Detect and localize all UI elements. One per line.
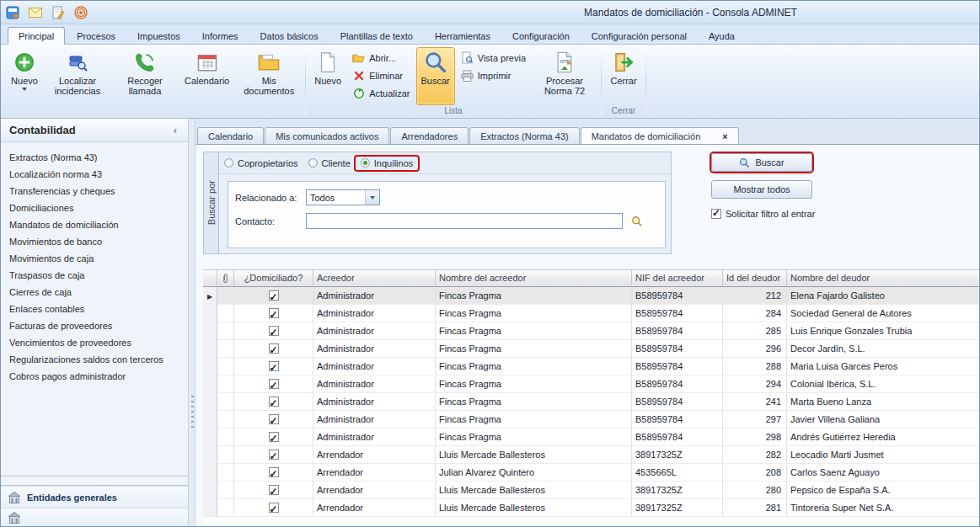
actualizar-button[interactable]: Actualizar: [348, 85, 414, 101]
recoger-llamada-button[interactable]: Recoger llamada: [112, 47, 178, 105]
domiciliado-cell[interactable]: [234, 499, 313, 517]
table-row[interactable]: Administrador Fincas Pragma B58959784 28…: [203, 358, 979, 375]
column-header-nombre-acreedor[interactable]: Nombre del acreedor: [436, 270, 632, 287]
domiciliado-cell[interactable]: [234, 482, 313, 499]
checkbox-icon[interactable]: [269, 450, 279, 460]
checkbox-icon[interactable]: [269, 290, 279, 301]
table-row[interactable]: Arrendador Julian Alvarez Quintero 45356…: [203, 464, 979, 482]
document-tab[interactable]: Mis comunicados activos: [265, 127, 389, 144]
ribbon-tab[interactable]: Impuestos: [127, 28, 190, 44]
sidebar-item[interactable]: Transferencias y cheques: [1, 183, 188, 200]
table-row[interactable]: Administrador Fincas Pragma B58959784 28…: [203, 305, 979, 322]
sidebar-splitter[interactable]: [188, 119, 195, 526]
eliminar-button[interactable]: Eliminar: [348, 67, 414, 83]
checkbox-icon[interactable]: [269, 414, 279, 424]
tab-close-icon[interactable]: [722, 132, 727, 141]
imprimir-button[interactable]: Imprimir: [457, 67, 530, 83]
table-row[interactable]: Administrador Fincas Pragma B58959784 24…: [203, 393, 979, 411]
table-row[interactable]: Administrador Fincas Pragma B58959784 29…: [203, 340, 979, 358]
sidebar-item[interactable]: Movimientos de banco: [1, 233, 188, 250]
buscar-por-side-tab[interactable]: Buscar por: [204, 152, 219, 253]
table-row[interactable]: Administrador Fincas Pragma B58959784 29…: [203, 429, 979, 446]
checkbox-icon[interactable]: [269, 467, 279, 477]
collapse-chevron-icon[interactable]: [169, 124, 181, 136]
sidebar-item[interactable]: Localización norma 43: [1, 166, 188, 183]
table-row[interactable]: Administrador Fincas Pragma B58959784 29…: [203, 411, 979, 429]
sidebar-item[interactable]: Enlaces contables: [1, 301, 188, 317]
domiciliado-cell[interactable]: [234, 464, 313, 482]
checkbox-icon[interactable]: [269, 503, 279, 513]
ribbon-tab[interactable]: Herramientas: [425, 28, 501, 44]
domiciliado-cell[interactable]: [234, 429, 313, 446]
checkbox-icon[interactable]: [269, 343, 279, 354]
buscar-ribbon-button[interactable]: Buscar: [416, 47, 455, 105]
table-row[interactable]: Arrendador Lluis Mercade Ballesteros 389…: [203, 482, 979, 499]
procesar-norma72-button[interactable]: NTR Procesar Norma 72: [532, 47, 597, 105]
edit-document-icon[interactable]: [51, 5, 66, 20]
checkbox-icon[interactable]: [269, 485, 279, 495]
checkbox-icon[interactable]: [269, 397, 279, 407]
sidebar-item[interactable]: Cierres de caja: [1, 284, 188, 301]
mis-documentos-button[interactable]: Mis documentos: [236, 47, 302, 105]
chevron-down-icon[interactable]: [365, 190, 379, 205]
sidebar-item[interactable]: Domiciliaciones: [1, 200, 188, 216]
localizar-incidencias-button[interactable]: Localizar incidencias: [45, 47, 110, 105]
ribbon-tab[interactable]: Configuración personal: [581, 28, 697, 44]
checkbox-icon[interactable]: [269, 361, 279, 371]
domiciliado-cell[interactable]: [234, 305, 313, 322]
sidebar-item[interactable]: Facturas de proveedores: [1, 317, 188, 334]
domiciliado-cell[interactable]: [234, 375, 313, 393]
sidebar-item[interactable]: Traspasos de caja: [1, 267, 188, 284]
checkbox-icon[interactable]: [269, 308, 279, 318]
sidebar-item[interactable]: Cobros pagos administrador: [1, 368, 188, 385]
ribbon-tab[interactable]: Datos básicos: [250, 28, 329, 44]
radio-option[interactable]: Inquilinos: [356, 157, 418, 170]
cerrar-button[interactable]: Cerrar: [605, 47, 642, 105]
document-tab[interactable]: Calendario: [197, 127, 264, 144]
ribbon-tab[interactable]: Ayuda: [699, 28, 745, 44]
ribbon-tab[interactable]: Plantillas de texto: [330, 28, 423, 44]
document-tab[interactable]: Mandatos de domiciliación: [581, 127, 739, 145]
column-header-nif[interactable]: NIF del acreedor: [632, 270, 723, 287]
column-header-acreedor[interactable]: Acreedor: [313, 270, 436, 287]
buscar-button[interactable]: Buscar: [711, 153, 812, 172]
mostrar-todos-button[interactable]: Mostrar todos: [711, 180, 812, 199]
abrir-button[interactable]: Abrir...: [348, 50, 414, 66]
column-header-domiciliado[interactable]: ¿Domiciliado?: [234, 270, 313, 287]
record-call-icon[interactable]: [73, 5, 88, 20]
contacto-search-icon[interactable]: [631, 216, 643, 227]
table-row[interactable]: Arrendador Lluis Mercade Ballesteros 389…: [203, 446, 979, 464]
nuevo-menu-button[interactable]: Nuevo: [6, 47, 43, 105]
sidebar-item[interactable]: Vencimientos de proveedores: [1, 334, 188, 351]
sidebar-bottom-item[interactable]: Entidades generales: [1, 486, 188, 508]
radio-option[interactable]: Cliente: [303, 157, 356, 170]
ribbon-tab[interactable]: Configuración: [502, 28, 580, 44]
table-row[interactable]: Arrendador Lluis Mercade Ballesteros 389…: [203, 499, 979, 517]
attachment-column-header[interactable]: [217, 270, 234, 287]
document-tab[interactable]: Arrendadores: [390, 127, 469, 144]
radio-option[interactable]: Copropietarios: [219, 157, 303, 170]
domiciliado-cell[interactable]: [234, 393, 313, 411]
relacionado-select[interactable]: Todos: [306, 189, 380, 205]
document-tab[interactable]: Extractos (Norma 43): [469, 127, 580, 144]
solicitar-filtro-checkbox[interactable]: [711, 209, 721, 219]
domiciliado-cell[interactable]: [234, 287, 313, 305]
sidebar-item[interactable]: Extractos (Norma 43): [1, 149, 188, 166]
sidebar-item[interactable]: Movimientos de caja: [1, 250, 188, 267]
domiciliado-cell[interactable]: [234, 446, 313, 464]
checkbox-icon[interactable]: [269, 326, 279, 336]
column-header-nombre-deudor[interactable]: Nombre del deudor: [787, 270, 979, 287]
vista-previa-button[interactable]: Vista previa: [457, 50, 530, 66]
ribbon-tab[interactable]: Principal: [8, 27, 65, 45]
table-row[interactable]: Administrador Fincas Pragma B58959784 29…: [203, 375, 979, 393]
sidebar-item[interactable]: Mandatos de domiciliación: [1, 216, 188, 233]
domiciliado-cell[interactable]: [234, 322, 313, 340]
table-row[interactable]: Administrador Fincas Pragma B58959784 28…: [203, 322, 979, 340]
table-row[interactable]: Administrador Fincas Pragma B58959784 21…: [203, 287, 979, 305]
calendario-button[interactable]: Calendario: [179, 47, 234, 105]
mail-icon[interactable]: [28, 5, 43, 20]
nuevo-button[interactable]: Nuevo: [309, 47, 346, 105]
contacto-input[interactable]: [306, 213, 623, 229]
ribbon-tab[interactable]: Informes: [192, 28, 249, 44]
sidebar-bottom-item[interactable]: [1, 508, 188, 526]
